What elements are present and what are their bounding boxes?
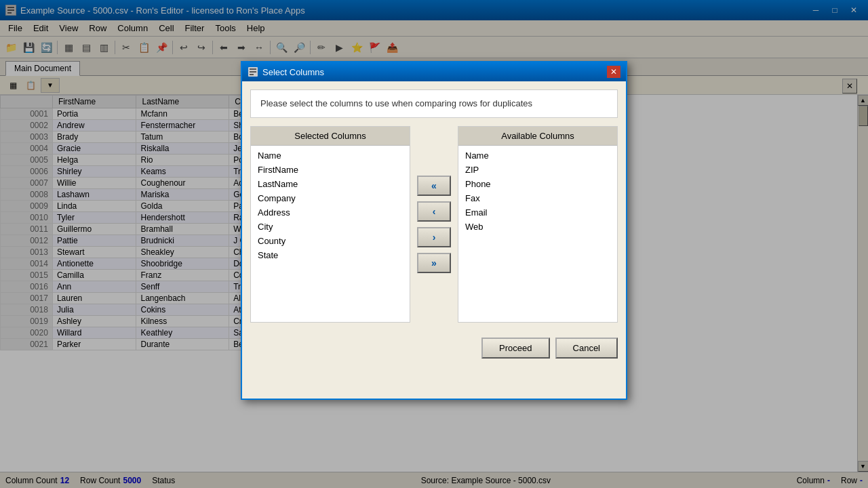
selected-column-item[interactable]: Address [254,205,407,220]
available-column-item[interactable]: ZIP [461,163,614,177]
modal-description-text: Please select the columns to use when co… [260,98,532,108]
selected-columns-header: Selected Columns [251,127,410,146]
selected-column-item[interactable]: State [254,248,407,262]
available-columns-list[interactable]: NameZIPPhoneFaxEmailWeb [458,146,617,322]
available-column-item[interactable]: Phone [461,177,614,191]
available-column-item[interactable]: Web [461,220,614,234]
cancel-button[interactable]: Cancel [555,338,618,359]
selected-columns-panel: Selected Columns NameFirstNameLastNameCo… [250,126,410,323]
proceed-button[interactable]: Proceed [481,338,549,359]
selected-column-item[interactable]: Company [254,191,407,205]
modal-titlebar: Select Columns ✕ [242,62,626,81]
selected-column-item[interactable]: County [254,234,407,248]
modal-title-left: Select Columns [248,66,324,77]
selected-column-item[interactable]: FirstName [254,163,407,177]
move-all-right-button[interactable]: » [417,253,451,273]
svg-rect-6 [250,71,256,73]
selected-columns-list[interactable]: NameFirstNameLastNameCompanyAddressCityC… [251,146,410,322]
modal-close-button[interactable]: ✕ [607,66,620,78]
modal-overlay: Select Columns ✕ Please select the colum… [0,0,868,488]
available-column-item[interactable]: Fax [461,191,614,205]
move-right-button[interactable]: › [417,227,451,247]
columns-container: Selected Columns NameFirstNameLastNameCo… [250,126,618,323]
available-columns-panel: Available Columns NameZIPPhoneFaxEmailWe… [458,126,618,323]
available-column-item[interactable]: Email [461,205,614,220]
modal-description: Please select the columns to use when co… [250,89,618,118]
select-columns-dialog: Select Columns ✕ Please select the colum… [241,61,627,400]
modal-icon [248,66,258,77]
modal-title-text: Select Columns [262,67,324,77]
modal-footer: Proceed Cancel [242,331,626,367]
available-columns-header: Available Columns [458,127,617,146]
svg-rect-5 [250,68,256,70]
svg-rect-7 [250,74,254,75]
move-all-left-button[interactable]: « [417,176,451,196]
selected-column-item[interactable]: LastName [254,177,407,191]
selected-column-item[interactable]: Name [254,148,407,163]
move-left-button[interactable]: ‹ [417,201,451,222]
modal-body: Please select the columns to use when co… [242,81,626,331]
arrow-buttons: « ‹ › » [410,126,458,323]
available-column-item[interactable]: Name [461,148,614,163]
selected-column-item[interactable]: City [254,220,407,234]
